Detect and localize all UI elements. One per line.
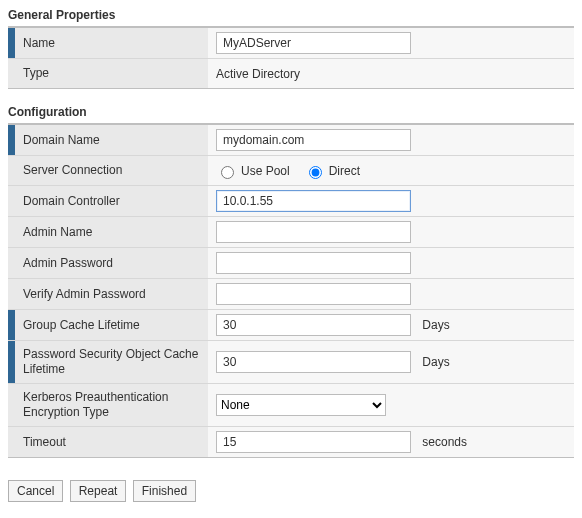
section-title-configuration: Configuration: [8, 103, 574, 124]
kerberos-preauth-encryption-type-select[interactable]: None: [216, 394, 386, 416]
server-connection-direct-label[interactable]: Direct: [329, 164, 360, 178]
server-connection-use-pool-radio[interactable]: [221, 166, 234, 179]
server-connection-direct-radio[interactable]: [309, 166, 322, 179]
timeout-input[interactable]: [216, 431, 411, 453]
label-type: Type: [8, 59, 208, 88]
label-admin-password: Admin Password: [8, 248, 208, 278]
label-server-connection: Server Connection: [8, 156, 208, 185]
label-password-security-object-cache-lifetime: Password Security Object Cache Lifetime: [8, 341, 208, 383]
group-cache-lifetime-input[interactable]: [216, 314, 411, 336]
finished-button[interactable]: Finished: [133, 480, 196, 502]
label-domain-name: Domain Name: [8, 125, 208, 155]
type-value: Active Directory: [216, 67, 300, 81]
label-domain-controller: Domain Controller: [8, 186, 208, 216]
domain-controller-input[interactable]: [216, 190, 411, 212]
group-cache-lifetime-unit: Days: [422, 318, 449, 332]
general-properties-table: Name Type Active Directory: [8, 27, 574, 89]
label-name: Name: [8, 28, 208, 58]
password-security-object-cache-lifetime-input[interactable]: [216, 351, 411, 373]
configuration-table: Domain Name Server Connection Use Pool D…: [8, 124, 574, 458]
label-verify-admin-password: Verify Admin Password: [8, 279, 208, 309]
button-row: Cancel Repeat Finished: [8, 472, 574, 502]
cancel-button[interactable]: Cancel: [8, 480, 63, 502]
repeat-button[interactable]: Repeat: [70, 480, 127, 502]
name-input[interactable]: [216, 32, 411, 54]
label-group-cache-lifetime: Group Cache Lifetime: [8, 310, 208, 340]
admin-name-input[interactable]: [216, 221, 411, 243]
section-title-general: General Properties: [8, 6, 574, 27]
password-security-object-cache-lifetime-unit: Days: [422, 355, 449, 369]
admin-password-input[interactable]: [216, 252, 411, 274]
label-admin-name: Admin Name: [8, 217, 208, 247]
timeout-unit: seconds: [422, 435, 467, 449]
verify-admin-password-input[interactable]: [216, 283, 411, 305]
domain-name-input[interactable]: [216, 129, 411, 151]
label-timeout: Timeout: [8, 427, 208, 457]
server-connection-use-pool-label[interactable]: Use Pool: [241, 164, 290, 178]
label-kerberos-preauth-encryption-type: Kerberos Preauthentication Encryption Ty…: [8, 384, 208, 426]
